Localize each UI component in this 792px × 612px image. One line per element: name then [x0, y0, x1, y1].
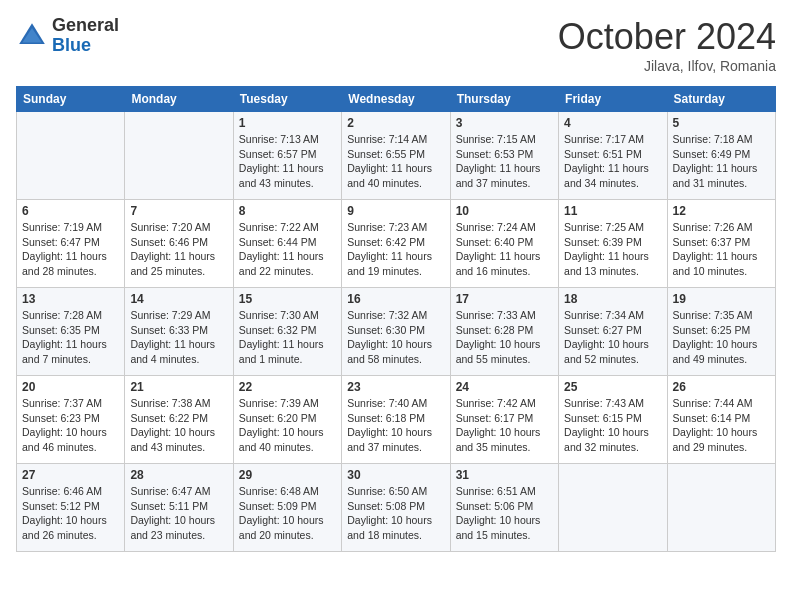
weekday-header-sunday: Sunday: [17, 87, 125, 112]
calendar-cell: 7Sunrise: 7:20 AM Sunset: 6:46 PM Daylig…: [125, 200, 233, 288]
day-info: Sunrise: 6:46 AM Sunset: 5:12 PM Dayligh…: [22, 484, 119, 543]
calendar-cell: 2Sunrise: 7:14 AM Sunset: 6:55 PM Daylig…: [342, 112, 450, 200]
day-number: 23: [347, 380, 444, 394]
day-info: Sunrise: 7:29 AM Sunset: 6:33 PM Dayligh…: [130, 308, 227, 367]
weekday-header-tuesday: Tuesday: [233, 87, 341, 112]
day-number: 4: [564, 116, 661, 130]
weekday-header-monday: Monday: [125, 87, 233, 112]
page-header: General Blue October 2024 Jilava, Ilfov,…: [16, 16, 776, 74]
logo-blue-text: Blue: [52, 35, 91, 55]
day-number: 5: [673, 116, 770, 130]
day-number: 24: [456, 380, 553, 394]
day-info: Sunrise: 7:34 AM Sunset: 6:27 PM Dayligh…: [564, 308, 661, 367]
day-info: Sunrise: 7:19 AM Sunset: 6:47 PM Dayligh…: [22, 220, 119, 279]
day-number: 26: [673, 380, 770, 394]
day-info: Sunrise: 7:15 AM Sunset: 6:53 PM Dayligh…: [456, 132, 553, 191]
day-number: 15: [239, 292, 336, 306]
weekday-header-wednesday: Wednesday: [342, 87, 450, 112]
day-info: Sunrise: 6:47 AM Sunset: 5:11 PM Dayligh…: [130, 484, 227, 543]
day-number: 6: [22, 204, 119, 218]
day-info: Sunrise: 7:39 AM Sunset: 6:20 PM Dayligh…: [239, 396, 336, 455]
calendar-week-row: 20Sunrise: 7:37 AM Sunset: 6:23 PM Dayli…: [17, 376, 776, 464]
day-number: 30: [347, 468, 444, 482]
weekday-header-row: SundayMondayTuesdayWednesdayThursdayFrid…: [17, 87, 776, 112]
day-number: 20: [22, 380, 119, 394]
calendar-cell: 13Sunrise: 7:28 AM Sunset: 6:35 PM Dayli…: [17, 288, 125, 376]
day-info: Sunrise: 7:24 AM Sunset: 6:40 PM Dayligh…: [456, 220, 553, 279]
day-info: Sunrise: 7:14 AM Sunset: 6:55 PM Dayligh…: [347, 132, 444, 191]
day-info: Sunrise: 7:23 AM Sunset: 6:42 PM Dayligh…: [347, 220, 444, 279]
day-number: 10: [456, 204, 553, 218]
day-info: Sunrise: 6:50 AM Sunset: 5:08 PM Dayligh…: [347, 484, 444, 543]
calendar-cell: [17, 112, 125, 200]
day-info: Sunrise: 7:44 AM Sunset: 6:14 PM Dayligh…: [673, 396, 770, 455]
calendar-cell: 24Sunrise: 7:42 AM Sunset: 6:17 PM Dayli…: [450, 376, 558, 464]
day-number: 8: [239, 204, 336, 218]
calendar-cell: 16Sunrise: 7:32 AM Sunset: 6:30 PM Dayli…: [342, 288, 450, 376]
day-info: Sunrise: 6:51 AM Sunset: 5:06 PM Dayligh…: [456, 484, 553, 543]
calendar-cell: 27Sunrise: 6:46 AM Sunset: 5:12 PM Dayli…: [17, 464, 125, 552]
calendar-cell: 31Sunrise: 6:51 AM Sunset: 5:06 PM Dayli…: [450, 464, 558, 552]
day-number: 25: [564, 380, 661, 394]
calendar-cell: 15Sunrise: 7:30 AM Sunset: 6:32 PM Dayli…: [233, 288, 341, 376]
calendar-week-row: 6Sunrise: 7:19 AM Sunset: 6:47 PM Daylig…: [17, 200, 776, 288]
day-info: Sunrise: 7:13 AM Sunset: 6:57 PM Dayligh…: [239, 132, 336, 191]
day-number: 21: [130, 380, 227, 394]
calendar-cell: 8Sunrise: 7:22 AM Sunset: 6:44 PM Daylig…: [233, 200, 341, 288]
day-info: Sunrise: 7:25 AM Sunset: 6:39 PM Dayligh…: [564, 220, 661, 279]
calendar-week-row: 13Sunrise: 7:28 AM Sunset: 6:35 PM Dayli…: [17, 288, 776, 376]
day-info: Sunrise: 7:37 AM Sunset: 6:23 PM Dayligh…: [22, 396, 119, 455]
calendar-cell: 10Sunrise: 7:24 AM Sunset: 6:40 PM Dayli…: [450, 200, 558, 288]
calendar-cell: 17Sunrise: 7:33 AM Sunset: 6:28 PM Dayli…: [450, 288, 558, 376]
day-number: 1: [239, 116, 336, 130]
weekday-header-thursday: Thursday: [450, 87, 558, 112]
calendar-cell: 6Sunrise: 7:19 AM Sunset: 6:47 PM Daylig…: [17, 200, 125, 288]
calendar-cell: 28Sunrise: 6:47 AM Sunset: 5:11 PM Dayli…: [125, 464, 233, 552]
calendar-cell: 9Sunrise: 7:23 AM Sunset: 6:42 PM Daylig…: [342, 200, 450, 288]
calendar-cell: 12Sunrise: 7:26 AM Sunset: 6:37 PM Dayli…: [667, 200, 775, 288]
calendar-table: SundayMondayTuesdayWednesdayThursdayFrid…: [16, 86, 776, 552]
logo-icon: [16, 20, 48, 52]
day-number: 11: [564, 204, 661, 218]
calendar-cell: 22Sunrise: 7:39 AM Sunset: 6:20 PM Dayli…: [233, 376, 341, 464]
day-number: 7: [130, 204, 227, 218]
calendar-cell: 19Sunrise: 7:35 AM Sunset: 6:25 PM Dayli…: [667, 288, 775, 376]
day-number: 14: [130, 292, 227, 306]
day-number: 18: [564, 292, 661, 306]
day-info: Sunrise: 7:38 AM Sunset: 6:22 PM Dayligh…: [130, 396, 227, 455]
month-title: October 2024: [558, 16, 776, 58]
day-info: Sunrise: 7:33 AM Sunset: 6:28 PM Dayligh…: [456, 308, 553, 367]
calendar-cell: 18Sunrise: 7:34 AM Sunset: 6:27 PM Dayli…: [559, 288, 667, 376]
calendar-cell: 3Sunrise: 7:15 AM Sunset: 6:53 PM Daylig…: [450, 112, 558, 200]
day-number: 9: [347, 204, 444, 218]
day-number: 28: [130, 468, 227, 482]
calendar-cell: 4Sunrise: 7:17 AM Sunset: 6:51 PM Daylig…: [559, 112, 667, 200]
day-info: Sunrise: 7:30 AM Sunset: 6:32 PM Dayligh…: [239, 308, 336, 367]
calendar-cell: [559, 464, 667, 552]
calendar-cell: 11Sunrise: 7:25 AM Sunset: 6:39 PM Dayli…: [559, 200, 667, 288]
day-info: Sunrise: 7:40 AM Sunset: 6:18 PM Dayligh…: [347, 396, 444, 455]
calendar-cell: 26Sunrise: 7:44 AM Sunset: 6:14 PM Dayli…: [667, 376, 775, 464]
calendar-cell: 20Sunrise: 7:37 AM Sunset: 6:23 PM Dayli…: [17, 376, 125, 464]
day-number: 17: [456, 292, 553, 306]
day-number: 19: [673, 292, 770, 306]
day-info: Sunrise: 7:22 AM Sunset: 6:44 PM Dayligh…: [239, 220, 336, 279]
day-info: Sunrise: 6:48 AM Sunset: 5:09 PM Dayligh…: [239, 484, 336, 543]
calendar-week-row: 1Sunrise: 7:13 AM Sunset: 6:57 PM Daylig…: [17, 112, 776, 200]
calendar-cell: 29Sunrise: 6:48 AM Sunset: 5:09 PM Dayli…: [233, 464, 341, 552]
day-number: 12: [673, 204, 770, 218]
day-number: 27: [22, 468, 119, 482]
logo: General Blue: [16, 16, 119, 56]
calendar-cell: 30Sunrise: 6:50 AM Sunset: 5:08 PM Dayli…: [342, 464, 450, 552]
weekday-header-saturday: Saturday: [667, 87, 775, 112]
day-info: Sunrise: 7:32 AM Sunset: 6:30 PM Dayligh…: [347, 308, 444, 367]
calendar-cell: 23Sunrise: 7:40 AM Sunset: 6:18 PM Dayli…: [342, 376, 450, 464]
weekday-header-friday: Friday: [559, 87, 667, 112]
calendar-cell: 1Sunrise: 7:13 AM Sunset: 6:57 PM Daylig…: [233, 112, 341, 200]
title-block: October 2024 Jilava, Ilfov, Romania: [558, 16, 776, 74]
day-info: Sunrise: 7:20 AM Sunset: 6:46 PM Dayligh…: [130, 220, 227, 279]
logo-general-text: General: [52, 15, 119, 35]
calendar-cell: 14Sunrise: 7:29 AM Sunset: 6:33 PM Dayli…: [125, 288, 233, 376]
calendar-cell: [667, 464, 775, 552]
day-info: Sunrise: 7:17 AM Sunset: 6:51 PM Dayligh…: [564, 132, 661, 191]
